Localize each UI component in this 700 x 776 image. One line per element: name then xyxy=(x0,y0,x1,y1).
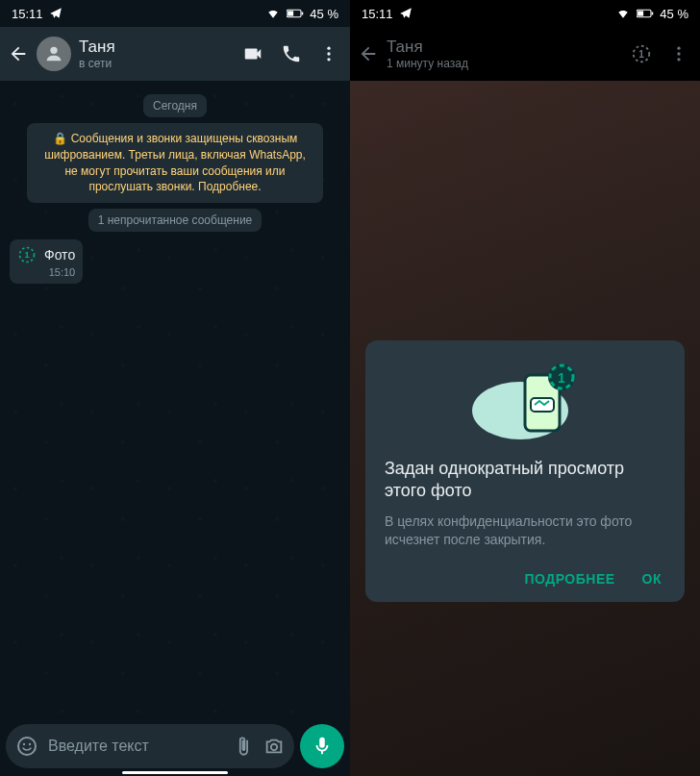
view-once-icon: 1 xyxy=(17,245,37,264)
message-time: 15:10 xyxy=(17,264,75,278)
message-bubble[interactable]: 1 Фото 15:10 xyxy=(10,239,83,284)
contact-info[interactable]: Таня в сети xyxy=(79,38,235,70)
wifi-icon xyxy=(615,7,631,20)
view-once-dialog: 1 Задан однократный просмотр этого фото … xyxy=(365,340,685,602)
unread-pill: 1 непрочитанное сообщение xyxy=(88,209,262,232)
svg-point-3 xyxy=(50,47,57,54)
lock-icon: 🔒 xyxy=(53,131,67,147)
ok-button[interactable]: ОК xyxy=(642,571,662,587)
more-button[interactable] xyxy=(669,44,688,63)
mic-button[interactable] xyxy=(300,724,344,768)
svg-point-20 xyxy=(677,58,680,61)
svg-point-18 xyxy=(677,47,680,50)
contact-status: в сети xyxy=(79,57,235,70)
dialog-title: Задан однократный просмотр этого фото xyxy=(385,458,665,503)
status-battery: 45 % xyxy=(660,7,688,21)
more-button[interactable] xyxy=(319,44,338,63)
svg-point-9 xyxy=(18,738,36,755)
encryption-notice[interactable]: 🔒Сообщения и звонки защищены сквозным ши… xyxy=(27,123,323,203)
svg-point-4 xyxy=(327,47,330,50)
dialog-body: В целях конфиденциальности это фото исче… xyxy=(385,513,665,550)
nav-handle xyxy=(122,771,228,774)
emoji-icon[interactable] xyxy=(15,735,38,758)
svg-rect-14 xyxy=(638,11,643,15)
svg-text:1: 1 xyxy=(24,251,29,261)
svg-point-12 xyxy=(271,744,277,750)
view-once-indicator-icon: 1 xyxy=(631,43,652,64)
svg-point-10 xyxy=(23,743,25,745)
camera-icon[interactable] xyxy=(263,736,285,757)
chat-header: Таня в сети xyxy=(0,27,350,81)
svg-point-19 xyxy=(677,52,680,55)
contact-info[interactable]: Таня 1 минуту назад xyxy=(387,38,623,70)
status-time: 15:11 xyxy=(362,7,393,21)
photo-viewer: 1 Задан однократный просмотр этого фото … xyxy=(350,81,700,776)
wifi-icon xyxy=(265,7,281,20)
svg-point-5 xyxy=(327,52,330,55)
contact-name: Таня xyxy=(79,38,235,57)
viewer-header: Таня 1 минуту назад 1 xyxy=(350,27,700,81)
video-call-button[interactable] xyxy=(242,43,263,64)
avatar[interactable] xyxy=(37,37,71,71)
svg-rect-2 xyxy=(302,13,304,15)
svg-point-6 xyxy=(327,58,330,61)
back-button[interactable] xyxy=(8,43,29,64)
status-time: 15:11 xyxy=(12,7,43,21)
svg-rect-15 xyxy=(652,13,654,15)
telegram-icon xyxy=(49,7,62,20)
chat-body: Сегодня 🔒Сообщения и звонки защищены скв… xyxy=(0,81,350,718)
svg-text:1: 1 xyxy=(558,370,565,386)
svg-text:1: 1 xyxy=(638,49,644,60)
input-placeholder: Введите текст xyxy=(48,738,223,755)
status-battery: 45 % xyxy=(310,7,338,21)
telegram-icon xyxy=(399,7,412,20)
voice-call-button[interactable] xyxy=(281,43,302,64)
date-pill: Сегодня xyxy=(143,94,207,117)
message-input[interactable]: Введите текст xyxy=(6,724,294,768)
status-bar: 15:11 45 % xyxy=(350,0,700,27)
attach-icon[interactable] xyxy=(233,736,254,757)
svg-point-11 xyxy=(29,743,31,745)
svg-rect-1 xyxy=(288,11,293,15)
input-bar: Введите текст xyxy=(6,724,344,768)
status-bar: 15:11 45 % xyxy=(0,0,350,27)
message-label: Фото xyxy=(44,247,75,263)
svg-rect-23 xyxy=(531,398,554,412)
contact-status: 1 минуту назад xyxy=(387,57,623,70)
dialog-illustration-icon: 1 xyxy=(385,358,665,444)
learn-more-button[interactable]: ПОДРОБНЕЕ xyxy=(524,571,614,587)
battery-icon xyxy=(637,8,654,19)
contact-name: Таня xyxy=(387,38,623,57)
battery-icon xyxy=(287,8,304,19)
back-button[interactable] xyxy=(358,43,379,64)
